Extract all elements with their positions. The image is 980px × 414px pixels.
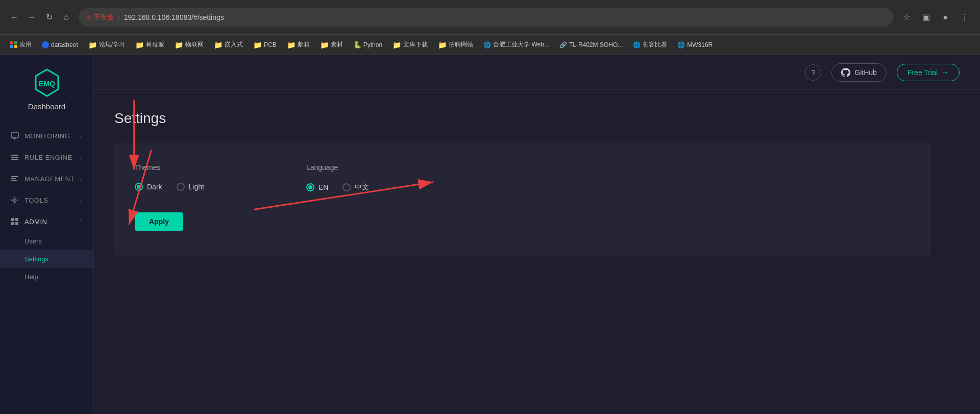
- bookmark-jobs[interactable]: 📁 招聘网站: [434, 38, 477, 51]
- bookmark-python[interactable]: 🐍 Python: [349, 39, 386, 51]
- svg-rect-10: [11, 180, 17, 181]
- sidebar-item-management[interactable]: MANAGEMENT ⌄: [0, 168, 93, 189]
- bookmark-iot[interactable]: 📁 物联网: [170, 38, 208, 51]
- bookmark-email[interactable]: 📁 邮箱: [283, 38, 314, 51]
- theme-dark-radio[interactable]: [135, 183, 143, 191]
- sidebar-item-help[interactable]: Help: [0, 268, 93, 286]
- bookmark-router[interactable]: 🔗 TL-R402M SOHO...: [555, 39, 627, 51]
- bookmark-router-label: TL-R402M SOHO...: [569, 41, 623, 48]
- rule-icon: [11, 153, 19, 161]
- browser-nav-buttons: ← → ↻ ⌂: [8, 11, 72, 23]
- theme-dark-label: Dark: [147, 183, 162, 191]
- free-trial-button[interactable]: Free Trial →: [897, 64, 960, 81]
- apps-grid-icon: [10, 41, 17, 48]
- language-zh-radio[interactable]: [342, 183, 351, 191]
- bookmark-pcb[interactable]: 📁 PCB: [249, 39, 281, 51]
- monitoring-label: MONITORING: [24, 132, 70, 140]
- globe-icon: 🌐: [677, 41, 685, 48]
- reload-button[interactable]: ↻: [43, 11, 55, 23]
- forward-button[interactable]: →: [26, 11, 38, 23]
- sidebar-item-settings[interactable]: Settings: [0, 250, 93, 268]
- themes-label: Themes: [135, 163, 204, 172]
- globe-icon: 🌐: [483, 41, 491, 48]
- folder-icon: 📁: [214, 41, 223, 49]
- bookmark-raspi[interactable]: 📁 树莓派: [131, 38, 168, 51]
- github-button[interactable]: GitHub: [831, 63, 887, 82]
- bookmark-maker-label: 创客比赛: [643, 40, 667, 49]
- language-en-option[interactable]: EN: [306, 183, 328, 191]
- help-button[interactable]: ?: [805, 64, 821, 81]
- bookmark-iot-label: 物联网: [185, 40, 204, 49]
- bookmark-apps[interactable]: 应用: [6, 38, 36, 51]
- folder-icon: 📁: [320, 41, 329, 49]
- theme-radio-group: Dark Light: [135, 183, 204, 191]
- theme-light-radio[interactable]: [177, 183, 185, 191]
- sidebar-item-monitoring[interactable]: MONITORING ⌄: [0, 125, 93, 147]
- language-zh-label: 中文: [355, 183, 369, 192]
- url-text: 192.168.0.106:18083/#/settings: [124, 13, 224, 21]
- star-button[interactable]: ☆: [899, 10, 914, 25]
- bookmark-pcb-label: PCB: [264, 41, 277, 48]
- bookmark-hfut[interactable]: 🌐 合肥工业大学 Web...: [479, 38, 553, 51]
- bookmark-datasheet[interactable]: datasheet: [38, 39, 82, 51]
- bookmark-material[interactable]: 📁 素材: [316, 38, 347, 51]
- bookmark-datasheet-label: datasheet: [51, 41, 78, 48]
- github-icon: [841, 68, 850, 77]
- rule-engine-label: RULE ENGINE: [24, 154, 72, 161]
- menu-button[interactable]: ⋮: [958, 10, 972, 25]
- theme-light-option[interactable]: Light: [177, 183, 204, 191]
- main-area: ? GitHub Free Trial → Settings Themes: [94, 55, 980, 414]
- tools-icon: [11, 196, 19, 204]
- account-button[interactable]: ●: [938, 10, 952, 25]
- home-button[interactable]: ⌂: [60, 11, 72, 23]
- tools-chevron: ⌄: [79, 198, 84, 203]
- bookmark-forum-label: 论坛/学习: [99, 40, 125, 49]
- bookmark-email-label: 邮箱: [298, 40, 310, 49]
- sidebar-item-rule-engine[interactable]: RULE ENGINE ⌄: [0, 147, 93, 168]
- bookmark-embedded[interactable]: 📁 嵌入式: [210, 38, 247, 51]
- sidebar-item-users[interactable]: Users: [0, 232, 93, 250]
- page-title: Settings: [114, 110, 960, 127]
- sidebar: EMQ Dashboard MONITORING: [0, 55, 94, 414]
- github-label: GitHub: [854, 68, 877, 77]
- bookmark-mw316r-label: MW316R: [687, 41, 713, 48]
- language-radio-group: EN 中文: [306, 183, 369, 192]
- admin-label: ADMIN: [24, 218, 47, 226]
- bookmark-library-label: 文库下载: [403, 40, 428, 49]
- bookmark-mw316r[interactable]: 🌐 MW316R: [673, 39, 717, 51]
- bookmark-library[interactable]: 📁 文库下载: [388, 38, 432, 51]
- top-header: ? GitHub Free Trial →: [94, 55, 980, 90]
- themes-group: Themes Dark Light: [135, 163, 204, 192]
- dashboard-label: Dashboard: [28, 102, 65, 111]
- svg-rect-19: [15, 222, 18, 225]
- folder-icon: 📁: [253, 41, 262, 49]
- svg-rect-18: [11, 222, 14, 225]
- svg-point-11: [14, 199, 16, 202]
- router-icon: 🔗: [559, 41, 567, 48]
- bookmark-forum[interactable]: 📁 论坛/学习: [84, 38, 129, 51]
- page-content: Settings Themes Dark Ligh: [94, 90, 980, 414]
- svg-text:EMQ: EMQ: [39, 80, 55, 88]
- emq-logo[interactable]: EMQ: [32, 67, 62, 98]
- settings-card: Themes Dark Light: [114, 143, 931, 256]
- folder-icon: 📁: [135, 41, 144, 49]
- back-button[interactable]: ←: [8, 11, 20, 23]
- language-zh-option[interactable]: 中文: [342, 183, 369, 192]
- language-group: Language EN 中文: [306, 163, 369, 192]
- svg-rect-2: [11, 133, 18, 138]
- sidebar-item-admin[interactable]: ADMIN ⌃: [0, 211, 93, 232]
- apply-button[interactable]: Apply: [135, 212, 183, 231]
- app-container: EMQ Dashboard MONITORING: [0, 55, 980, 414]
- bookmark-maker[interactable]: 🌐 创客比赛: [629, 38, 671, 51]
- free-trial-label: Free Trial: [908, 68, 938, 77]
- datasheet-icon: [42, 41, 49, 48]
- extensions-button[interactable]: ▣: [919, 10, 933, 25]
- theme-dark-option[interactable]: Dark: [135, 183, 162, 191]
- svg-rect-7: [11, 159, 18, 160]
- python-icon: 🐍: [353, 41, 361, 48]
- sidebar-item-tools[interactable]: TOOLS ⌄: [0, 189, 93, 211]
- address-bar[interactable]: ⚠ 不安全 | 192.168.0.106:18083/#/settings: [79, 8, 893, 27]
- language-en-radio[interactable]: [306, 183, 314, 191]
- admin-icon: [11, 217, 19, 226]
- management-label: MANAGEMENT: [24, 175, 75, 183]
